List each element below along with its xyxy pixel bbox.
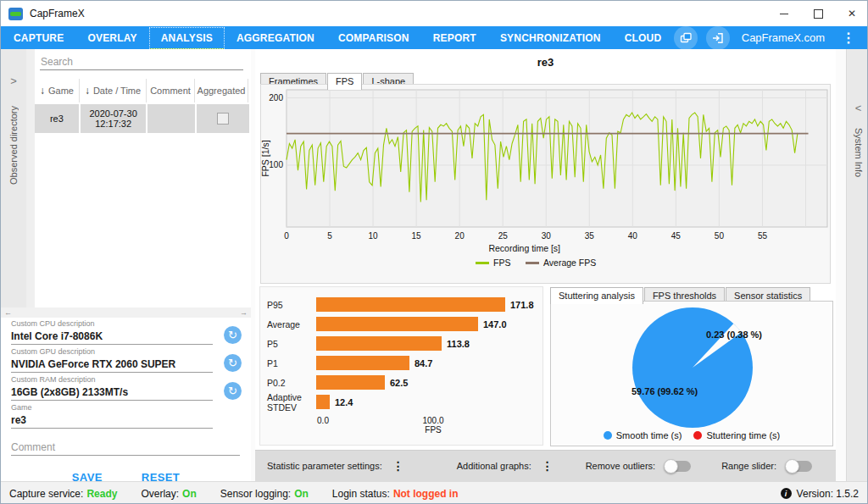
legend-smooth: Smooth time (s) — [604, 430, 682, 440]
sort-desc-icon: ↓ — [85, 85, 90, 97]
statistic-settings-menu-button[interactable]: ⋮ — [389, 459, 408, 473]
field-input[interactable] — [11, 330, 213, 345]
refresh-button[interactable]: ↻ — [224, 354, 242, 372]
refresh-button[interactable]: ↻ — [224, 382, 242, 400]
chart-controls-bar: Statistic parameter settings: ⋮ Addition… — [255, 450, 836, 481]
stat-bar-category: Average — [260, 319, 316, 330]
bar-axis-label: FPS — [425, 425, 441, 435]
range-slider-toggle[interactable] — [787, 461, 812, 472]
svg-text:55: 55 — [758, 231, 768, 241]
stat-bar — [316, 297, 505, 312]
status-label: Sensor logging: — [220, 488, 291, 500]
info-icon: i — [781, 488, 792, 499]
cell-game: re3 — [35, 104, 79, 133]
maximize-icon — [814, 9, 823, 19]
stat-bar — [316, 336, 442, 351]
additional-graphs-menu-button[interactable]: ⋮ — [538, 459, 557, 473]
stat-bar-row: P95171.8 — [260, 297, 542, 312]
status-label: Capture service: — [9, 488, 83, 500]
status-value: On — [294, 488, 309, 500]
stat-bar-category: P0.2 — [260, 378, 316, 388]
scroll-right-icon[interactable]: → — [236, 308, 251, 317]
system-info-panel: < System Info — [846, 49, 868, 481]
statistic-settings-label: Statistic parameter settings: — [267, 461, 382, 471]
screenshot-button[interactable] — [674, 26, 698, 50]
field-input[interactable] — [11, 385, 213, 401]
window-title: CapFrameX — [30, 8, 85, 19]
additional-graphs-label: Additional graphs: — [457, 461, 531, 471]
system-info-label: System Info — [854, 128, 864, 177]
remove-outliers-toggle[interactable] — [665, 461, 691, 472]
stat-bar-category: P95 — [260, 300, 316, 310]
nav-tab-analysis[interactable]: ANALYSIS — [150, 28, 224, 48]
field-input[interactable] — [11, 357, 213, 373]
svg-text:Average FPS: Average FPS — [543, 258, 596, 268]
stat-bar-row: Average147.0 — [260, 317, 542, 331]
nav-tab-aggregation[interactable]: AGGREGATION — [225, 28, 326, 48]
close-button[interactable]: ✕ — [835, 1, 868, 26]
form-field-comment — [11, 429, 242, 457]
table-row[interactable]: re3 2020-07-3012:17:32 — [35, 104, 251, 133]
cell-aggregated — [197, 104, 249, 133]
stat-bar-value: 62.5 — [390, 378, 408, 388]
svg-text:200: 200 — [269, 93, 283, 102]
column-header-comment[interactable]: Comment — [147, 79, 195, 102]
svg-text:10: 10 — [369, 231, 379, 241]
cell-datetime: 2020-07-3012:17:32 — [81, 104, 147, 133]
svg-text:0: 0 — [284, 231, 289, 241]
aggregated-checkbox[interactable] — [217, 113, 229, 125]
nav-tab-comparison[interactable]: COMPARISON — [327, 28, 420, 48]
screenshot-icon — [679, 31, 693, 45]
column-header-aggregated[interactable]: Aggregated — [195, 79, 248, 102]
nav-tab-capture[interactable]: CAPTURE — [3, 28, 75, 48]
stuttering-card: Stuttering analysisFPS thresholdsSensor … — [550, 286, 833, 446]
nav-tab-overlay[interactable]: OVERLAY — [76, 28, 147, 48]
stutter-dot-icon — [693, 431, 702, 440]
status-bar: Capture service:ReadyOverlay:OnSensor lo… — [1, 481, 868, 504]
description-form: Custom CPU description↻Custom GPU descri… — [1, 318, 251, 481]
observed-directory-label: Observed directory — [8, 106, 19, 185]
field-label: Custom RAM description — [11, 374, 242, 384]
status-overlay-: Overlay:On — [141, 488, 196, 500]
form-field-custom-cpu-description: Custom CPU description↻ — [11, 318, 242, 346]
status-sensor-logging-: Sensor logging:On — [220, 488, 309, 500]
svg-text:50: 50 — [715, 231, 725, 241]
stat-bar — [316, 395, 330, 409]
form-fields: Custom CPU description↻Custom GPU descri… — [1, 318, 251, 457]
svg-text:40: 40 — [628, 231, 638, 241]
nav-tab-synchronization[interactable]: SYNCHRONIZATION — [489, 28, 612, 48]
scroll-left-icon[interactable]: ← — [1, 308, 15, 317]
nav-tab-report[interactable]: REPORT — [422, 28, 487, 48]
expand-system-info-button[interactable]: < — [855, 102, 862, 114]
nav-tab-cloud[interactable]: CLOUD — [614, 28, 673, 48]
tab-fps[interactable]: FPS — [327, 73, 362, 90]
field-input[interactable] — [11, 440, 240, 456]
login-icon — [711, 31, 725, 45]
search-input[interactable] — [40, 54, 243, 70]
stat-bar-category: P5 — [260, 339, 316, 349]
maximize-button[interactable] — [801, 1, 835, 26]
field-label: Custom GPU description — [11, 346, 242, 356]
stat-bar-value: 171.8 — [510, 300, 534, 310]
tab-stuttering-analysis[interactable]: Stuttering analysis — [550, 287, 643, 304]
stat-bar-row: P184.7 — [260, 356, 542, 370]
column-header-game[interactable]: ↓Game — [35, 79, 80, 102]
capframex-site-link[interactable]: CapFrameX.com — [742, 31, 825, 44]
stuttering-pie-chart — [551, 302, 831, 429]
nav-menu-button[interactable]: ⋮ — [837, 30, 860, 46]
minimize-button[interactable] — [767, 1, 801, 26]
column-header-datetime[interactable]: ↓Date / Time — [80, 79, 147, 102]
refresh-button[interactable]: ↻ — [224, 326, 242, 344]
app-logo-icon — [8, 8, 23, 20]
field-input[interactable] — [11, 413, 213, 429]
expand-directory-button[interactable]: > — [10, 75, 17, 87]
status-value: On — [182, 488, 197, 500]
status-label: Overlay: — [141, 488, 179, 500]
stat-bar — [316, 317, 478, 331]
svg-text:30: 30 — [542, 231, 552, 241]
range-slider-label: Range slider: — [721, 461, 776, 471]
form-field-custom-gpu-description: Custom GPU description↻ — [11, 346, 242, 374]
form-field-custom-ram-description: Custom RAM description↻ — [11, 374, 242, 402]
stat-bar-row: Adaptive STDEV12.4 — [260, 395, 542, 409]
login-button[interactable] — [706, 26, 730, 50]
